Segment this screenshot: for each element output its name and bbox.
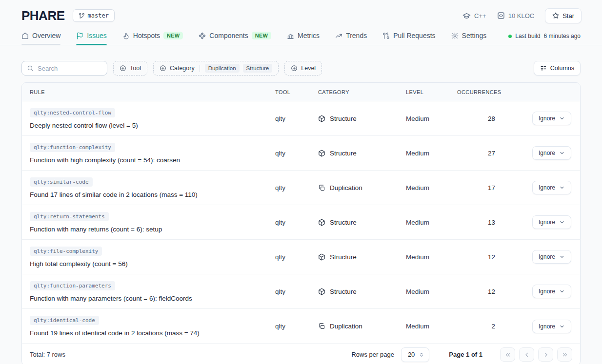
actions-cell: Ignore — [496, 320, 580, 333]
actions-cell: Ignore — [496, 285, 580, 298]
tool-cell: qlty — [271, 253, 314, 261]
tab-overview[interactable]: Overview — [21, 27, 60, 45]
actions-cell: Ignore — [496, 112, 580, 125]
columns-icon — [540, 65, 547, 72]
rule-cell: qlty:nested-control-flow Deeply nested c… — [22, 102, 271, 135]
ignore-button[interactable]: Ignore — [532, 146, 571, 160]
tool-cell: qlty — [271, 150, 314, 157]
table-row[interactable]: qlty:nested-control-flow Deeply nested c… — [22, 101, 580, 136]
tab-hotspots[interactable]: Hotspots NEW — [122, 27, 183, 45]
ignore-button[interactable]: Ignore — [532, 285, 571, 298]
occurrences-cell: 28 — [453, 115, 496, 122]
table-row[interactable]: qlty:identical-code Found 19 lines of id… — [22, 309, 580, 344]
rule-id-chip[interactable]: qlty:function-complexity — [30, 143, 115, 152]
table-row[interactable]: qlty:function-parameters Function with m… — [22, 274, 580, 309]
ignore-button[interactable]: Ignore — [532, 112, 571, 125]
ignore-button[interactable]: Ignore — [532, 250, 571, 264]
tool-filter-button[interactable]: Tool — [113, 61, 147, 76]
rows-per-page-select[interactable]: 20 — [401, 347, 429, 362]
build-status-value: 6 minutes ago — [544, 33, 581, 39]
build-status: Last build 6 minutes ago — [508, 27, 581, 45]
home-icon — [21, 32, 29, 39]
table-row[interactable]: qlty:file-complexity High total complexi… — [22, 240, 580, 274]
ignore-button[interactable]: Ignore — [532, 181, 571, 194]
star-button[interactable]: Star — [545, 8, 582, 23]
rule-id-chip[interactable]: qlty:nested-control-flow — [30, 108, 115, 117]
tab-components[interactable]: Components NEW — [199, 27, 271, 45]
kloc-label: 10 KLOC — [508, 12, 534, 19]
category-cell: Structure — [314, 115, 402, 122]
occurrences-cell: 12 — [453, 288, 496, 295]
search-input[interactable] — [38, 65, 102, 72]
occurrences-cell: 2 — [453, 323, 496, 330]
ignore-label: Ignore — [539, 253, 555, 260]
last-page-button[interactable] — [557, 347, 572, 362]
level-cell: Medium — [402, 150, 453, 157]
rule-id-chip[interactable]: qlty:function-parameters — [30, 281, 115, 290]
column-header-tool[interactable]: Tool — [271, 89, 314, 95]
table-row[interactable]: qlty:return-statements Function with man… — [22, 205, 580, 240]
page-info: Page 1 of 1 — [449, 351, 482, 358]
ignore-label: Ignore — [539, 184, 555, 191]
columns-button[interactable]: Columns — [534, 61, 581, 76]
table-footer: Total: 7 rows Rows per page 20 Page 1 of… — [22, 344, 580, 364]
build-status-label: Last build — [515, 33, 540, 39]
level-filter-button[interactable]: Level — [284, 61, 322, 76]
star-icon — [552, 12, 559, 19]
column-header-category[interactable]: Category — [314, 89, 402, 95]
table-row[interactable]: qlty:function-complexity Function with h… — [22, 136, 580, 171]
category-filter-label: Category — [170, 65, 195, 72]
branch-badge[interactable]: master — [73, 9, 115, 22]
category-filter-button[interactable]: Category Duplication Structure — [153, 61, 279, 76]
column-header-occurrences[interactable]: Occurrences — [453, 89, 496, 95]
trend-icon — [335, 32, 342, 39]
main-content: Tool Category Duplication Structure Leve… — [0, 45, 602, 364]
rule-description: Function with many parameters (count = 6… — [30, 295, 192, 302]
rule-id-chip[interactable]: qlty:identical-code — [30, 316, 99, 325]
cube-icon — [318, 219, 325, 226]
rule-id-chip[interactable]: qlty:file-complexity — [30, 247, 102, 256]
ignore-label: Ignore — [539, 219, 555, 226]
table-row[interactable]: qlty:similar-code Found 17 lines of simi… — [22, 171, 580, 205]
next-page-button[interactable] — [538, 347, 553, 362]
occurrences-cell: 12 — [453, 253, 496, 261]
tool-cell: qlty — [271, 323, 314, 330]
tab-trends[interactable]: Trends — [335, 27, 367, 45]
column-header-level[interactable]: Level — [402, 89, 453, 95]
chevron-down-icon — [559, 115, 565, 121]
category-label: Structure — [330, 219, 357, 226]
chevron-down-icon — [559, 185, 565, 191]
chevron-left-icon — [523, 351, 530, 358]
first-page-button[interactable] — [500, 347, 515, 362]
rule-description: High total complexity (count = 56) — [30, 260, 128, 268]
tab-label: Hotspots — [133, 32, 160, 39]
tabs-bar: Overview Issues Hotspots NEW Components … — [0, 27, 602, 45]
tab-metrics[interactable]: Metrics — [287, 27, 320, 45]
rows-per-page-value: 20 — [408, 351, 415, 358]
occurrences-cell: 17 — [453, 184, 496, 192]
chevron-down-icon — [559, 324, 565, 329]
tab-settings[interactable]: Settings — [451, 27, 487, 45]
chevrons-right-icon — [562, 351, 568, 358]
ignore-button[interactable]: Ignore — [532, 215, 571, 229]
actions-cell: Ignore — [496, 181, 580, 194]
ignore-label: Ignore — [539, 323, 555, 330]
rule-id-chip[interactable]: qlty:return-statements — [30, 212, 109, 221]
build-status-dot — [508, 35, 512, 38]
prev-page-button[interactable] — [519, 347, 534, 362]
cube-icon — [318, 253, 325, 261]
ignore-button[interactable]: Ignore — [532, 320, 571, 333]
table-header-row: Rule Tool Category Level Occurrences — [22, 83, 580, 101]
search-box[interactable] — [21, 61, 107, 76]
tab-pull-requests[interactable]: Pull Requests — [382, 27, 435, 45]
up-down-chevron-icon — [419, 352, 424, 358]
tab-issues[interactable]: Issues — [76, 27, 106, 45]
chevron-down-icon — [559, 219, 565, 225]
search-icon — [27, 65, 34, 72]
tab-label: Trends — [346, 32, 367, 39]
columns-label: Columns — [550, 65, 574, 72]
rule-id-chip[interactable]: qlty:similar-code — [30, 177, 93, 187]
table-body: qlty:nested-control-flow Deeply nested c… — [22, 101, 580, 344]
column-header-rule[interactable]: Rule — [22, 89, 271, 95]
tab-label: Metrics — [298, 32, 320, 39]
